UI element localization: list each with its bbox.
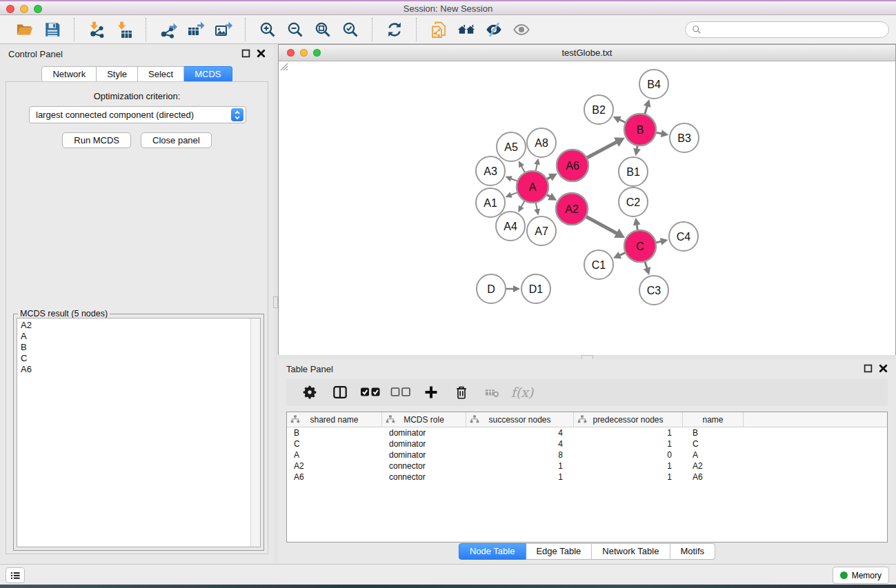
export-table-button[interactable] [182,18,210,41]
cell[interactable]: dominator [382,449,466,460]
cell[interactable]: A6 [287,472,382,483]
zoom-out-button[interactable] [281,18,309,41]
hide-selected-button[interactable] [480,18,508,41]
column-header-shared-name[interactable]: shared name [287,412,382,427]
edge-A6-B[interactable] [586,142,617,158]
cell[interactable]: dominator [382,427,466,438]
vertical-splitter-grip[interactable] [273,296,278,308]
result-scrollbar[interactable] [250,318,260,547]
cell[interactable]: connector [382,460,466,472]
result-item[interactable]: C [17,353,260,364]
cell[interactable]: 0 [574,449,683,460]
float-table-panel-icon[interactable] [864,364,873,373]
cell[interactable]: 1 [574,472,683,483]
edge-C-C4[interactable] [655,241,661,243]
save-session-button[interactable] [39,18,66,41]
edge-A-A5[interactable] [521,166,525,173]
cell[interactable]: 1 [574,438,683,449]
node-table[interactable]: shared nameMCDS rolesuccessor nodesprede… [286,412,888,543]
table-row[interactable]: A2connector11A2 [287,460,887,472]
close-panel-button[interactable]: Close panel [141,132,212,148]
zoom-in-button[interactable] [254,18,281,41]
task-history-button[interactable] [6,567,25,583]
search-input[interactable] [705,23,882,35]
tab-mcds[interactable]: MCDS [184,66,232,83]
cell[interactable]: A2 [683,460,744,472]
cell[interactable]: B [683,427,744,438]
cell[interactable]: A2 [287,460,382,472]
tab-edge-table[interactable]: Edge Table [526,543,592,560]
cell[interactable]: dominator [382,438,466,449]
export-image-button[interactable] [210,18,237,41]
column-header-name[interactable]: name [683,412,744,427]
result-item[interactable]: A [17,331,260,342]
column-header-successor-nodes[interactable]: successor nodes [466,412,574,427]
edge-A-A7[interactable] [536,203,537,210]
tab-select[interactable]: Select [138,66,184,83]
network-canvas[interactable]: B4B2BB3A5A8A6B1A3AA1C2A2A4A7C4CC1C3DD1 [279,61,895,355]
memory-button[interactable]: Memory [833,567,889,584]
result-item[interactable]: A6 [17,364,260,375]
cell[interactable]: 4 [466,438,574,449]
cell[interactable]: A6 [683,472,744,483]
duplicate-network-button[interactable] [425,18,452,41]
table-row[interactable]: A6connector11A6 [287,472,887,483]
result-item[interactable]: A2 [17,318,260,331]
cell[interactable]: B [287,427,382,438]
cell[interactable]: 4 [466,427,574,438]
close-panel-icon[interactable] [257,49,266,58]
table-row[interactable]: Cdominator41C [287,438,887,449]
refresh-button[interactable] [381,18,408,41]
network-window-titlebar[interactable]: testGlobe.txt [279,45,895,61]
mcds-result-list[interactable]: A2ABCA6 [17,318,261,547]
close-table-panel-icon[interactable] [879,364,888,373]
first-neighbors-button[interactable] [452,18,480,41]
edge-C-C2[interactable] [637,224,637,230]
tab-network-table[interactable]: Network Table [592,543,670,560]
add-column-button[interactable] [417,381,445,404]
network-graph[interactable]: B4B2BB3A5A8A6B1A3AA1C2A2A4A7C4CC1C3DD1 [279,61,895,355]
table-row[interactable]: Adominator80A [287,449,887,460]
cell[interactable]: connector [382,472,466,483]
tab-node-table[interactable]: Node Table [459,543,526,560]
float-panel-icon[interactable] [241,49,250,58]
zoom-selected-button[interactable] [337,18,364,41]
criterion-dropdown[interactable]: largest connected component (directed) [29,106,246,123]
show-columns-button[interactable] [326,381,354,404]
result-item[interactable]: B [17,342,260,353]
run-mcds-button[interactable]: Run MCDS [62,132,131,148]
zoom-fit-button[interactable] [309,18,337,41]
edge-B-B4[interactable] [645,105,648,114]
cell[interactable]: A [287,449,382,460]
cell[interactable]: 1 [574,427,683,438]
edge-A-A8[interactable] [536,164,537,172]
tab-motifs[interactable]: Motifs [670,543,715,560]
deselect-all-button[interactable] [387,381,415,404]
edge-B-B2[interactable] [619,119,626,123]
export-network-button[interactable] [155,18,182,41]
edge-A2-C[interactable] [586,216,617,234]
cell[interactable]: C [287,438,382,449]
table-row[interactable]: Bdominator41B [287,427,887,438]
tab-style[interactable]: Style [97,66,138,83]
column-header-MCDS-role[interactable]: MCDS role [382,412,466,427]
tab-network[interactable]: Network [41,66,97,83]
column-header-predecessor-nodes[interactable]: predecessor nodes [574,412,683,427]
cell[interactable]: 1 [466,460,574,472]
show-all-button[interactable] [508,18,535,41]
delete-column-button[interactable] [448,381,475,404]
search-field[interactable] [685,21,889,38]
table-mode-button[interactable] [296,381,323,404]
edge-A-A1[interactable] [510,192,517,195]
cell[interactable]: A [683,449,744,460]
edge-A-A4[interactable] [521,201,524,207]
import-table-button[interactable] [110,18,138,41]
cell[interactable]: 1 [466,472,574,483]
cell[interactable]: C [683,438,744,449]
edge-B-B3[interactable] [656,132,662,134]
edge-A-A3[interactable] [510,179,517,181]
resize-grip-icon[interactable] [279,61,288,71]
select-all-button[interactable] [357,381,384,404]
open-file-button[interactable] [11,18,39,41]
import-network-button[interactable] [83,18,110,41]
